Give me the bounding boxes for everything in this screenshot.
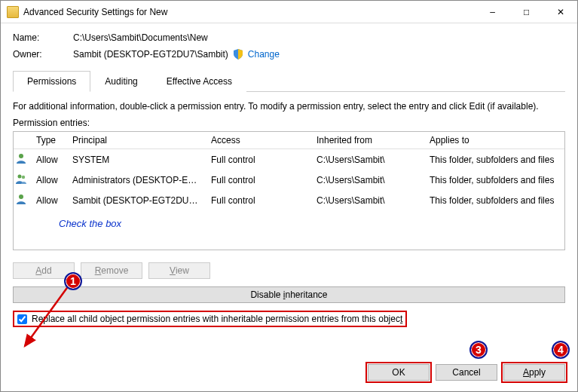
- maximize-button[interactable]: □: [509, 1, 543, 23]
- tab-effective-access[interactable]: Effective Access: [152, 71, 246, 92]
- table-row[interactable]: Allow Sambit (DESKTOP-EGT2DU7\S... Full …: [14, 190, 564, 210]
- cell-type: Allow: [32, 172, 68, 188]
- cell-type: Allow: [32, 192, 68, 209]
- col-applies[interactable]: Applies to: [425, 132, 564, 149]
- cell-applies: This folder, subfolders and files: [425, 152, 564, 168]
- title-bar: Advanced Security Settings for New – □ ✕: [1, 1, 577, 23]
- close-button[interactable]: ✕: [543, 1, 577, 23]
- col-inherited[interactable]: Inherited from: [312, 132, 425, 149]
- svg-point-2: [22, 176, 25, 179]
- cell-principal: Administrators (DESKTOP-EG...: [68, 172, 206, 188]
- name-value: C:\Users\Sambit\Documents\New: [73, 32, 208, 43]
- minimize-button[interactable]: –: [476, 1, 509, 23]
- svg-point-3: [19, 194, 23, 199]
- ok-button[interactable]: OK: [368, 364, 430, 381]
- tab-permissions[interactable]: Permissions: [13, 71, 90, 92]
- owner-label: Owner:: [13, 49, 73, 60]
- cell-principal: SYSTEM: [68, 152, 206, 168]
- window-controls: – □ ✕: [476, 1, 577, 23]
- cell-access: Full control: [206, 192, 312, 209]
- tab-strip: Permissions Auditing Effective Access: [13, 70, 565, 92]
- table-row[interactable]: Allow SYSTEM Full control C:\Users\Sambi…: [14, 149, 564, 170]
- change-owner-link[interactable]: Change: [248, 49, 280, 60]
- shield-icon: [233, 49, 243, 60]
- remove-button: Remove: [81, 262, 142, 279]
- user-icon: [15, 193, 27, 205]
- permission-entries-table: Type Principal Access Inherited from App…: [13, 131, 565, 250]
- cancel-button[interactable]: Cancel: [436, 364, 497, 381]
- folder-icon: [7, 6, 19, 18]
- user-icon: [15, 152, 27, 164]
- annotation-bubble-3: 3: [469, 341, 488, 359]
- window-title: Advanced Security Settings for New: [23, 7, 476, 17]
- tab-auditing[interactable]: Auditing: [90, 71, 151, 92]
- cell-inherited: C:\Users\Sambit\: [312, 152, 425, 168]
- entries-label: Permission entries:: [13, 118, 565, 128]
- cell-applies: This folder, subfolders and files: [425, 172, 564, 188]
- info-text: For additional information, double-click…: [13, 101, 565, 112]
- name-label: Name:: [13, 32, 73, 43]
- owner-value: Sambit (DESKTOP-EGT2DU7\Sambit): [73, 49, 228, 60]
- table-header: Type Principal Access Inherited from App…: [14, 132, 564, 149]
- cell-principal: Sambit (DESKTOP-EGT2DU7\S...: [68, 192, 206, 209]
- annotation-bubble-4: 4: [552, 341, 570, 359]
- replace-child-entries-label: Replace all child object permission entr…: [32, 314, 402, 324]
- users-icon: [15, 173, 27, 185]
- cell-applies: This folder, subfolders and files: [425, 192, 564, 209]
- annotation-bubble-1: 1: [64, 272, 82, 290]
- table-row[interactable]: Allow Administrators (DESKTOP-EG... Full…: [14, 170, 564, 190]
- replace-child-entries-checkbox[interactable]: [17, 314, 27, 324]
- cell-access: Full control: [206, 172, 312, 188]
- table-body: Allow SYSTEM Full control C:\Users\Sambi…: [14, 149, 564, 229]
- disable-inheritance-button[interactable]: Disable inheritance: [13, 286, 565, 303]
- annotation-check-text: Check the box: [59, 218, 564, 229]
- cell-inherited: C:\Users\Sambit\: [312, 172, 425, 188]
- col-access[interactable]: Access: [206, 132, 312, 149]
- col-type[interactable]: Type: [32, 132, 68, 149]
- apply-button[interactable]: Apply: [503, 364, 565, 381]
- svg-point-1: [18, 175, 22, 179]
- cell-access: Full control: [206, 152, 312, 168]
- view-button: View: [148, 262, 210, 279]
- replace-child-entries-row[interactable]: Replace all child object permission entr…: [13, 311, 407, 327]
- cell-inherited: C:\Users\Sambit\: [312, 192, 425, 209]
- cell-type: Allow: [32, 152, 68, 168]
- svg-point-0: [19, 154, 23, 158]
- col-principal[interactable]: Principal: [68, 132, 206, 149]
